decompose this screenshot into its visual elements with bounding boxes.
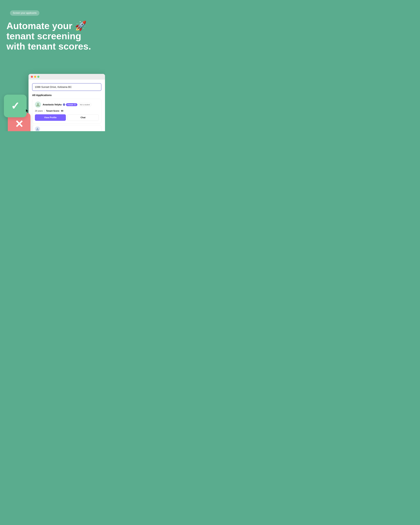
applicant-name: Anastasia Velyka [43, 103, 62, 106]
view-profile-button[interactable]: View Profile [35, 114, 66, 121]
applicant-stats: 28 years | Tenant Score: 90 [35, 110, 99, 112]
applicant-card: Anastasia Velyka Female [32, 99, 101, 123]
mouse-cursor [25, 109, 29, 113]
check-card: ✓ [4, 95, 27, 117]
address-input[interactable] [32, 83, 101, 91]
chat-button[interactable]: Chat [67, 114, 99, 121]
x-symbol: ✕ [15, 119, 23, 129]
screen-badge: Screen your applicants [10, 10, 39, 16]
maximize-dot [37, 76, 39, 78]
verified-icon [63, 103, 65, 106]
second-avatar [35, 126, 40, 131]
svg-point-5 [37, 128, 38, 129]
gender-badge: Female [66, 103, 77, 106]
hero-headline: Automate your 🚀 tenant screening with te… [7, 21, 97, 52]
tenant-score-label: Tenant Score: [46, 110, 60, 112]
tenant-score-value: 90 [61, 110, 63, 112]
applicant-header: Anastasia Velyka Female [35, 102, 99, 108]
hero-line3: with tenant scores. [7, 41, 91, 51]
student-badge: Not a student [78, 103, 92, 106]
second-applicant-card-peek [32, 125, 101, 131]
svg-point-0 [37, 103, 39, 105]
applicant-age: 28 years [35, 110, 43, 112]
name-badges-row: Anastasia Velyka Female [43, 103, 92, 106]
stats-divider: | [44, 110, 45, 112]
svg-point-2 [75, 104, 75, 105]
hero-line1: Automate your 🚀 [7, 21, 87, 31]
badge-label: Screen your applicants [13, 12, 37, 14]
all-applications-title: All Applications [32, 94, 101, 97]
browser-content: All Applications Anastasia Velyka [28, 80, 105, 131]
browser-titlebar [28, 74, 105, 80]
action-buttons: View Profile Chat [35, 114, 99, 121]
checkmark-symbol: ✓ [11, 101, 19, 111]
close-dot [31, 76, 33, 78]
browser-window: All Applications Anastasia Velyka [28, 74, 105, 131]
minimize-dot [34, 76, 36, 78]
hero-line2: tenant screening [7, 31, 81, 41]
avatar [35, 102, 41, 108]
svg-point-1 [63, 103, 65, 106]
hero-section: Automate your 🚀 tenant screening with te… [7, 21, 97, 52]
